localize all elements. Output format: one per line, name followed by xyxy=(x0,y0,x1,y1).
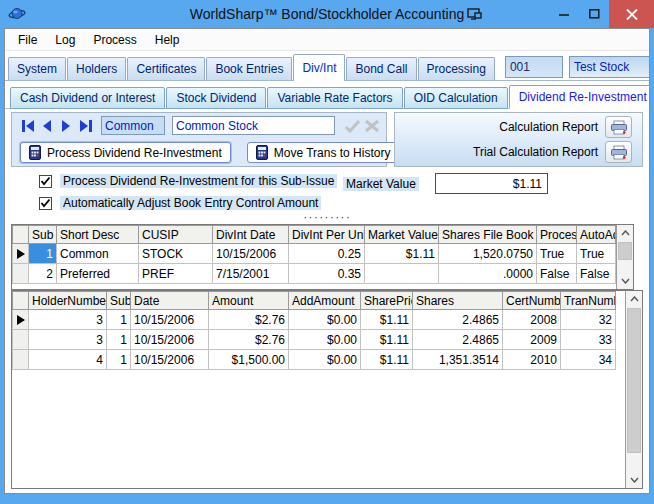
row-selector[interactable] xyxy=(13,264,29,284)
column-header-certnumber[interactable]: CertNumber xyxy=(503,292,561,310)
first-record-button[interactable] xyxy=(20,118,36,134)
cell-trannumber[interactable]: 34 xyxy=(561,350,616,370)
cell-amount[interactable]: $1,500.00 xyxy=(209,350,289,370)
splitter-handle[interactable]: ········· xyxy=(5,215,649,224)
column-header-holdernumber[interactable]: HolderNumber xyxy=(29,292,107,310)
cell-date[interactable]: 10/15/2006 xyxy=(131,310,209,330)
tab-stock-dividend[interactable]: Stock Dividend xyxy=(166,87,266,109)
column-header-market-value[interactable]: Market Value xyxy=(365,226,439,244)
cell-addamount[interactable]: $0.00 xyxy=(289,330,361,350)
tab-processing[interactable]: Processing xyxy=(418,57,495,80)
cell-shareprice[interactable]: $1.11 xyxy=(361,310,413,330)
cell-autoadj[interactable]: False xyxy=(577,264,616,284)
cell-short-desc[interactable]: Common xyxy=(57,244,139,264)
screen-share-icon[interactable] xyxy=(467,7,483,21)
column-header-shares-file-book[interactable]: Shares File Book xyxy=(439,226,537,244)
process-dividend-button[interactable]: Process Dividend Re-Investment xyxy=(20,142,231,163)
cell-certnumber[interactable]: 2009 xyxy=(503,330,561,350)
cell-divint-date[interactable]: 7/15/2001 xyxy=(213,264,289,284)
cell-shares-file-book[interactable]: 1,520.0750 xyxy=(439,244,537,264)
row-selector[interactable] xyxy=(13,244,29,264)
trial-calculation-report-print-button[interactable] xyxy=(605,141,632,163)
column-header-divint-per-unit[interactable]: DivInt Per Unit xyxy=(289,226,365,244)
scroll-thumb[interactable] xyxy=(627,308,641,453)
column-header-process[interactable]: Process xyxy=(537,226,577,244)
cell-market-value[interactable]: $1.11 xyxy=(365,244,439,264)
close-button[interactable] xyxy=(609,0,654,28)
column-header-divint-date[interactable]: DivInt Date xyxy=(213,226,289,244)
row-selector[interactable] xyxy=(13,310,29,330)
tab-variable-rate-factors[interactable]: Variable Rate Factors xyxy=(267,87,402,109)
cell-shareprice[interactable]: $1.11 xyxy=(361,330,413,350)
next-record-button[interactable] xyxy=(58,118,74,134)
tab-book-entries[interactable]: Book Entries xyxy=(206,57,292,80)
column-header-amount[interactable]: Amount xyxy=(209,292,289,310)
cell-amount[interactable]: $2.76 xyxy=(209,330,289,350)
calculation-report-print-button[interactable] xyxy=(605,116,632,138)
cell-amount[interactable]: $2.76 xyxy=(209,310,289,330)
cell-shares[interactable]: 2.4865 xyxy=(413,330,503,350)
cell-holdernumber[interactable]: 3 xyxy=(29,330,107,350)
cell-trannumber[interactable]: 32 xyxy=(561,310,616,330)
row-selector[interactable] xyxy=(13,330,29,350)
column-header-autoadj[interactable]: AutoAdj xyxy=(577,226,616,244)
menu-help[interactable]: Help xyxy=(146,31,189,49)
scroll-up-button[interactable] xyxy=(617,225,633,241)
column-header-addamount[interactable]: AddAmount xyxy=(289,292,361,310)
tab-cash-dividend-or-interest[interactable]: Cash Dividend or Interest xyxy=(10,87,165,109)
tab-dividend-re-investment[interactable]: Dividend Re-Investment xyxy=(509,85,650,109)
cell-addamount[interactable]: $0.00 xyxy=(289,310,361,330)
column-header-shares[interactable]: Shares xyxy=(413,292,503,310)
last-record-button[interactable] xyxy=(77,118,93,134)
column-header-short-desc[interactable]: Short Desc xyxy=(57,226,139,244)
column-header-cusip[interactable]: CUSIP xyxy=(139,226,213,244)
column-header-shareprice[interactable]: SharePrice xyxy=(361,292,413,310)
cell-holdernumber[interactable]: 4 xyxy=(29,350,107,370)
sub-issue-field[interactable] xyxy=(101,116,165,135)
cell-sub[interactable]: 1 xyxy=(29,244,57,264)
column-header-trannumber[interactable]: TranNumber xyxy=(561,292,616,310)
cell-sub[interactable]: 1 xyxy=(107,310,131,330)
cell-short-desc[interactable]: Preferred xyxy=(57,264,139,284)
accept-icon[interactable] xyxy=(344,119,362,133)
cell-autoadj[interactable]: True xyxy=(577,244,616,264)
cell-cusip[interactable]: PREF xyxy=(139,264,213,284)
market-value-field[interactable] xyxy=(435,173,548,194)
column-header-date[interactable]: Date xyxy=(131,292,209,310)
scroll-down-button[interactable] xyxy=(626,472,642,488)
previous-record-button[interactable] xyxy=(39,118,55,134)
auto-adjust-checkbox[interactable] xyxy=(39,197,52,210)
row-selector[interactable] xyxy=(13,350,29,370)
cell-certnumber[interactable]: 2008 xyxy=(503,310,561,330)
scroll-track[interactable] xyxy=(626,307,642,472)
column-header-sub[interactable]: Sub xyxy=(29,226,57,244)
cancel-icon[interactable] xyxy=(364,119,380,133)
issue-number-field[interactable] xyxy=(505,56,563,78)
transaction-grid-scrollbar[interactable] xyxy=(625,291,642,488)
tab-bond-call[interactable]: Bond Call xyxy=(346,57,416,80)
cell-sub[interactable]: 1 xyxy=(107,350,131,370)
cell-divint-per-unit[interactable]: 0.35 xyxy=(289,264,365,284)
tab-oid-calculation[interactable]: OID Calculation xyxy=(404,87,508,109)
cell-process[interactable]: True xyxy=(537,244,577,264)
menu-process[interactable]: Process xyxy=(84,31,145,49)
menu-file[interactable]: File xyxy=(9,31,46,49)
issue-name-field[interactable] xyxy=(569,56,650,78)
move-trans-button[interactable]: Move Trans to History xyxy=(247,142,400,163)
cell-shares-file-book[interactable]: .0000 xyxy=(439,264,537,284)
cell-certnumber[interactable]: 2010 xyxy=(503,350,561,370)
cell-sub[interactable]: 1 xyxy=(107,330,131,350)
tab-holders[interactable]: Holders xyxy=(67,57,126,80)
tab-certificates[interactable]: Certificates xyxy=(127,57,205,80)
cell-cusip[interactable]: STOCK xyxy=(139,244,213,264)
tab-system[interactable]: System xyxy=(8,57,66,80)
row-selector-header[interactable] xyxy=(13,292,29,310)
sub-issue-grid-scrollbar[interactable] xyxy=(616,225,633,289)
scroll-up-button[interactable] xyxy=(626,291,642,307)
minimize-button[interactable] xyxy=(549,0,579,28)
menu-log[interactable]: Log xyxy=(46,31,84,49)
cell-shares[interactable]: 2.4865 xyxy=(413,310,503,330)
column-header-sub[interactable]: Sub xyxy=(107,292,131,310)
scroll-down-button[interactable] xyxy=(617,273,633,289)
sub-issue-description-field[interactable] xyxy=(172,116,335,135)
